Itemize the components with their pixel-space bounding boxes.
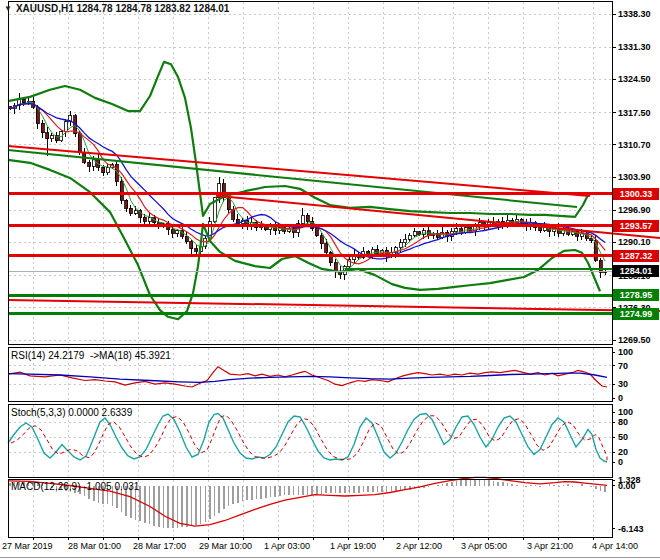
- rsi-scale-label: 70: [618, 361, 628, 371]
- chart-title: XAUUSD,H1 1284.78 1284.78 1283.82 1284.0…: [16, 3, 230, 14]
- y-axis-tick-label: 1317.50: [618, 108, 651, 118]
- y-axis-tick-label: 1338.30: [618, 9, 651, 19]
- rsi-scale-label: 0: [618, 393, 623, 403]
- y-axis-tick-label: 1296.90: [618, 205, 651, 215]
- y-axis-tick-label: 1269.50: [618, 335, 651, 345]
- symbol-marker-icon: ▼: [4, 4, 12, 14]
- stoch-label: Stoch(5,3,3) 0.0000 2.6339: [11, 407, 132, 418]
- macd-scale-label: -6.143: [618, 524, 644, 534]
- x-axis-label: 3 Apr 21:00: [527, 541, 573, 551]
- price-badge: 1274.99: [613, 308, 659, 320]
- stoch-scale-label: 50: [618, 432, 628, 442]
- macd-scale-label: 0.00: [618, 481, 636, 491]
- chart-title-row: ▼ XAUUSD,H1 1284.78 1284.78 1283.82 1284…: [4, 3, 229, 14]
- stoch-scale-label: 0: [618, 457, 623, 467]
- x-axis-label: 28 Mar 01:00: [68, 541, 121, 551]
- x-axis-label: 1 Apr 19:00: [330, 541, 376, 551]
- macd-label: MACD(12,26,9) -1.005 0.031: [11, 481, 139, 492]
- price-badge: 1300.33: [613, 188, 659, 200]
- y-axis-tick-label: 1303.90: [618, 172, 651, 182]
- rsi-label: RSI(14) 24.2179 ->MA(18) 45.3921: [11, 350, 171, 361]
- price-badge: 1278.95: [613, 289, 659, 301]
- x-axis-label: 27 Mar 2019: [2, 541, 53, 551]
- y-axis-tick-label: 1331.30: [618, 42, 651, 52]
- y-axis-tick-label: 1310.70: [618, 140, 651, 150]
- price-badge: 1284.01: [613, 265, 659, 277]
- x-axis-label: 3 Apr 05:00: [461, 541, 507, 551]
- y-axis-tick-label: 1290.10: [618, 237, 651, 247]
- x-axis-label: 2 Apr 12:00: [396, 541, 442, 551]
- rsi-scale-label: 100: [618, 347, 633, 357]
- stoch-scale-label: 80: [618, 417, 628, 427]
- rsi-scale-label: 30: [618, 379, 628, 389]
- chart-canvas[interactable]: [0, 0, 660, 560]
- x-axis-label: 29 Mar 10:00: [199, 541, 252, 551]
- stoch-scale-label: 20: [618, 447, 628, 457]
- x-axis-label: 4 Apr 14:00: [592, 541, 638, 551]
- x-axis-label: 28 Mar 17:00: [133, 541, 186, 551]
- stoch-scale-label: 100: [618, 407, 633, 417]
- mt4-chart-window: ▼ XAUUSD,H1 1284.78 1284.78 1283.82 1284…: [0, 0, 660, 560]
- y-axis-tick-label: 1324.50: [618, 74, 651, 84]
- price-badge: 1287.32: [613, 250, 659, 262]
- price-badge: 1293.57: [613, 220, 659, 232]
- x-axis-label: 1 Apr 03:00: [264, 541, 310, 551]
